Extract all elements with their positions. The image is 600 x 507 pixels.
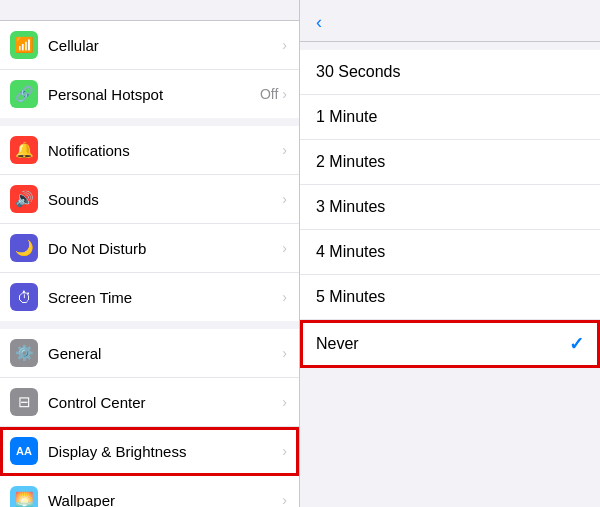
hotspot-label: Personal Hotspot [48, 86, 260, 103]
autolock-label-3min: 3 Minutes [316, 198, 584, 216]
autolock-option-4min[interactable]: 4 Minutes [300, 230, 600, 275]
checkmark-icon: ✓ [569, 333, 584, 355]
settings-item-sounds[interactable]: 🔊Sounds› [0, 175, 299, 224]
cellular-chevron-icon: › [282, 37, 287, 53]
autolock-option-30sec[interactable]: 30 Seconds [300, 50, 600, 95]
sounds-label: Sounds [48, 191, 282, 208]
autolock-option-5min[interactable]: 5 Minutes [300, 275, 600, 320]
autolock-option-never[interactable]: Never✓ [300, 320, 600, 368]
settings-item-hotspot[interactable]: 🔗Personal HotspotOff› [0, 70, 299, 118]
screentime-chevron-icon: › [282, 289, 287, 305]
autolock-label-2min: 2 Minutes [316, 153, 584, 171]
screentime-label: Screen Time [48, 289, 282, 306]
displaybrightness-icon: AA [10, 437, 38, 465]
autolock-option-2min[interactable]: 2 Minutes [300, 140, 600, 185]
notifications-chevron-icon: › [282, 142, 287, 158]
autolock-label-5min: 5 Minutes [316, 288, 584, 306]
donotdisturb-icon: 🌙 [10, 234, 38, 262]
hotspot-value: Off [260, 86, 278, 102]
settings-list: 📶Cellular›🔗Personal HotspotOff›🔔Notifica… [0, 21, 299, 507]
donotdisturb-label: Do Not Disturb [48, 240, 282, 257]
notifications-label: Notifications [48, 142, 282, 159]
controlcenter-chevron-icon: › [282, 394, 287, 410]
wallpaper-icon: 🌅 [10, 486, 38, 507]
controlcenter-icon: ⊟ [10, 388, 38, 416]
general-icon: ⚙️ [10, 339, 38, 367]
wallpaper-label: Wallpaper [48, 492, 282, 508]
sounds-chevron-icon: › [282, 191, 287, 207]
general-label: General [48, 345, 282, 362]
autolock-label-4min: 4 Minutes [316, 243, 584, 261]
settings-item-wallpaper[interactable]: 🌅Wallpaper› [0, 476, 299, 507]
autolock-label-never: Never [316, 335, 569, 353]
displaybrightness-label: Display & Brightness [48, 443, 282, 460]
wallpaper-chevron-icon: › [282, 492, 287, 507]
screentime-icon: ⏱ [10, 283, 38, 311]
general-chevron-icon: › [282, 345, 287, 361]
donotdisturb-chevron-icon: › [282, 240, 287, 256]
settings-item-notifications[interactable]: 🔔Notifications› [0, 126, 299, 175]
autolock-option-1min[interactable]: 1 Minute [300, 95, 600, 140]
displaybrightness-chevron-icon: › [282, 443, 287, 459]
controlcenter-label: Control Center [48, 394, 282, 411]
settings-header [0, 0, 299, 21]
cellular-label: Cellular [48, 37, 282, 54]
settings-panel: 📶Cellular›🔗Personal HotspotOff›🔔Notifica… [0, 0, 300, 507]
settings-item-controlcenter[interactable]: ⊟Control Center› [0, 378, 299, 427]
settings-item-donotdisturb[interactable]: 🌙Do Not Disturb› [0, 224, 299, 273]
settings-item-displaybrightness[interactable]: AADisplay & Brightness› [0, 427, 299, 476]
settings-item-screentime[interactable]: ⏱Screen Time› [0, 273, 299, 321]
notifications-icon: 🔔 [10, 136, 38, 164]
hotspot-chevron-icon: › [282, 86, 287, 102]
cellular-icon: 📶 [10, 31, 38, 59]
autolock-panel: ‹ 30 Seconds1 Minute2 Minutes3 Minutes4 … [300, 0, 600, 507]
back-button[interactable]: ‹ [316, 12, 324, 33]
autolock-list: 30 Seconds1 Minute2 Minutes3 Minutes4 Mi… [300, 42, 600, 368]
autolock-header: ‹ [300, 0, 600, 42]
sounds-icon: 🔊 [10, 185, 38, 213]
autolock-label-30sec: 30 Seconds [316, 63, 584, 81]
back-chevron-icon: ‹ [316, 12, 322, 33]
hotspot-icon: 🔗 [10, 80, 38, 108]
settings-item-general[interactable]: ⚙️General› [0, 329, 299, 378]
autolock-option-3min[interactable]: 3 Minutes [300, 185, 600, 230]
settings-item-cellular[interactable]: 📶Cellular› [0, 21, 299, 70]
autolock-label-1min: 1 Minute [316, 108, 584, 126]
